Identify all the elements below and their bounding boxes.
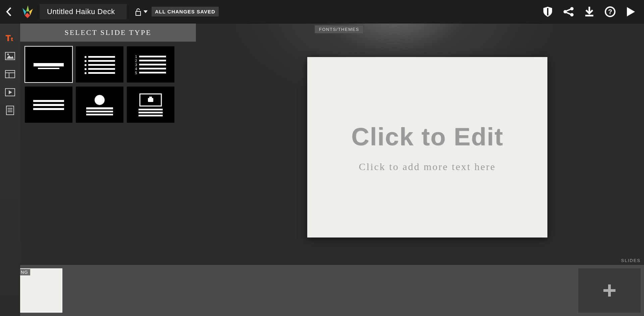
back-button[interactable] xyxy=(3,7,15,17)
svg-rect-64 xyxy=(603,289,615,292)
unlock-icon xyxy=(134,7,142,16)
download-button[interactable] xyxy=(581,3,598,20)
svg-point-30 xyxy=(85,56,87,58)
svg-rect-10 xyxy=(585,15,593,16)
save-status-badge: ALL CHANGES SAVED xyxy=(152,7,219,16)
slide-type-photo[interactable] xyxy=(127,87,174,123)
svg-rect-56 xyxy=(86,114,113,115)
slide-type-photo-icon xyxy=(130,91,171,118)
slide-strip: LOADING xyxy=(0,265,644,316)
panel-title: SELECT SLIDE TYPE xyxy=(20,23,196,42)
svg-rect-43 xyxy=(139,60,166,61)
slide-type-bullets-icon xyxy=(79,51,120,78)
slide-type-numbered-icon: 1 2 3 4 5 xyxy=(130,51,171,78)
left-sidebar: Tt xyxy=(0,23,20,316)
fonts-themes-tab[interactable]: FONTS/THEMES xyxy=(315,25,364,33)
play-button[interactable] xyxy=(623,3,639,20)
slide-type-title[interactable] xyxy=(25,46,72,83)
slide-type-grid: 1 2 3 4 5 xyxy=(20,42,196,127)
help-button[interactable]: ? xyxy=(602,3,619,20)
svg-rect-19 xyxy=(5,70,15,78)
slide-type-person[interactable] xyxy=(76,87,123,123)
svg-rect-39 xyxy=(88,72,115,74)
svg-rect-28 xyxy=(34,63,64,66)
svg-text:T: T xyxy=(6,34,11,42)
sidebar-item-chart[interactable] xyxy=(4,87,16,98)
svg-text:t: t xyxy=(11,36,13,42)
svg-rect-47 xyxy=(139,68,166,69)
help-icon: ? xyxy=(605,6,615,17)
svg-point-34 xyxy=(85,64,87,66)
share-button[interactable] xyxy=(560,3,577,20)
sidebar-item-text[interactable]: Tt xyxy=(4,32,16,44)
svg-point-36 xyxy=(85,68,87,70)
svg-marker-17 xyxy=(6,55,14,59)
image-icon xyxy=(5,52,15,60)
svg-text:4: 4 xyxy=(135,67,137,71)
privacy-toggle[interactable] xyxy=(134,7,148,16)
origami-bird-icon xyxy=(19,4,35,19)
svg-marker-13 xyxy=(627,7,635,16)
svg-rect-62 xyxy=(139,115,163,116)
slide-type-numbered[interactable]: 1 2 3 4 5 xyxy=(127,46,174,83)
svg-rect-41 xyxy=(139,56,166,57)
slide-type-panel: SELECT SLIDE TYPE 1 xyxy=(20,23,196,127)
sidebar-item-image[interactable] xyxy=(4,50,16,62)
layout-icon xyxy=(5,70,15,78)
svg-rect-35 xyxy=(88,64,115,66)
svg-rect-52 xyxy=(33,108,64,110)
svg-point-32 xyxy=(85,60,87,62)
slide-title-placeholder[interactable]: Click to Edit xyxy=(351,122,503,151)
slide-canvas[interactable]: Click to Edit Click to add more text her… xyxy=(307,57,547,238)
svg-marker-3 xyxy=(25,13,30,18)
slide-subtitle-placeholder[interactable]: Click to add more text here xyxy=(359,161,496,172)
chevron-left-icon xyxy=(6,7,12,17)
svg-point-53 xyxy=(95,95,105,105)
shield-button[interactable] xyxy=(539,3,556,20)
svg-text:3: 3 xyxy=(135,63,137,67)
app-logo[interactable] xyxy=(19,3,36,20)
notes-icon xyxy=(6,105,14,115)
svg-rect-31 xyxy=(88,56,115,58)
svg-rect-54 xyxy=(86,107,113,109)
shield-icon xyxy=(543,6,553,17)
sidebar-item-layout[interactable] xyxy=(4,68,16,80)
svg-rect-59 xyxy=(149,97,152,98)
slide-type-bullets[interactable] xyxy=(76,46,123,83)
svg-rect-60 xyxy=(139,109,163,110)
svg-line-8 xyxy=(566,9,571,11)
svg-rect-58 xyxy=(148,98,153,102)
slide-type-title-icon xyxy=(29,51,69,78)
deck-title-input[interactable]: Untitled Haiku Deck xyxy=(40,4,127,19)
svg-text:?: ? xyxy=(608,8,612,15)
svg-rect-29 xyxy=(38,68,59,69)
svg-marker-4 xyxy=(144,10,148,13)
svg-point-18 xyxy=(7,54,9,55)
svg-rect-49 xyxy=(139,72,166,73)
sidebar-item-notes[interactable] xyxy=(4,105,16,116)
text-icon: Tt xyxy=(5,34,15,42)
svg-marker-0 xyxy=(22,8,26,15)
download-icon xyxy=(584,7,594,17)
svg-marker-23 xyxy=(9,90,12,94)
svg-rect-61 xyxy=(139,112,163,113)
slide-type-person-icon xyxy=(79,91,120,118)
svg-text:5: 5 xyxy=(135,71,137,75)
play-icon xyxy=(626,6,636,17)
caret-down-icon xyxy=(144,10,148,13)
top-bar: Untitled Haiku Deck ALL CHANGES SAVED ? xyxy=(0,0,644,23)
add-slide-button[interactable] xyxy=(578,268,641,313)
svg-rect-55 xyxy=(86,111,113,112)
plus-icon xyxy=(602,283,617,298)
play-box-icon xyxy=(5,88,15,96)
svg-rect-37 xyxy=(88,68,115,70)
svg-text:2: 2 xyxy=(135,59,137,63)
svg-marker-2 xyxy=(29,9,33,15)
svg-point-38 xyxy=(85,72,87,74)
slide-type-paragraph[interactable] xyxy=(25,87,72,123)
slide-type-paragraph-icon xyxy=(29,91,69,118)
svg-line-9 xyxy=(566,12,571,14)
svg-rect-51 xyxy=(33,104,64,106)
svg-marker-1 xyxy=(26,5,29,11)
share-icon xyxy=(563,7,574,17)
